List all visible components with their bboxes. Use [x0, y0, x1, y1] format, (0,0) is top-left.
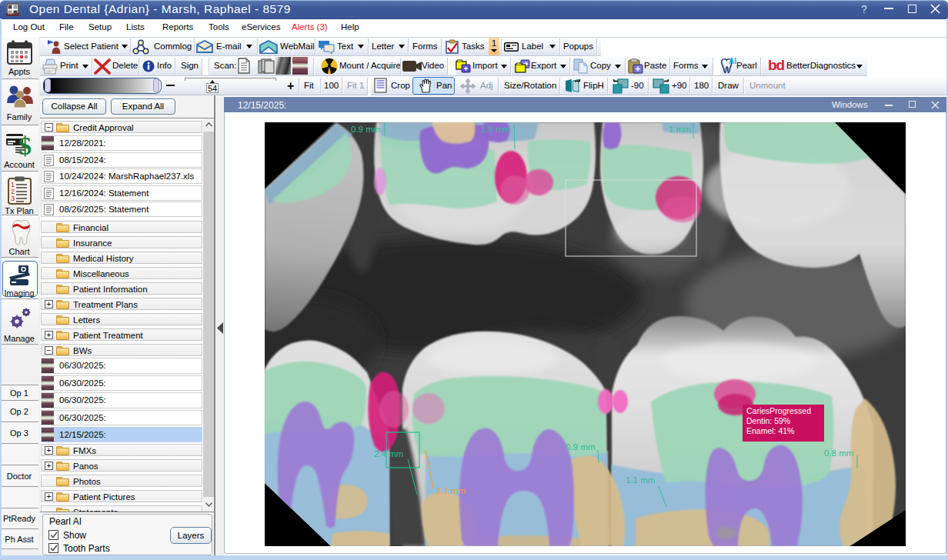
- svg-text:1 mm: 1 mm: [669, 125, 691, 134]
- svg-text:1.9 mm: 1.9 mm: [481, 125, 510, 134]
- svg-text:$: $: [18, 132, 32, 158]
- svg-text:1.1 mm: 1.1 mm: [626, 475, 655, 485]
- svg-text:CariesProgressed: CariesProgressed: [746, 406, 811, 415]
- svg-text:2.7 mm: 2.7 mm: [436, 486, 466, 495]
- svg-text:AI: AI: [729, 57, 736, 65]
- svg-text:2.4 mm: 2.4 mm: [374, 449, 403, 458]
- svg-text:Enamel: 41%: Enamel: 41%: [746, 426, 794, 435]
- svg-text:0.9 mm: 0.9 mm: [566, 442, 595, 452]
- svg-text:Dentin: 59%: Dentin: 59%: [746, 416, 790, 425]
- svg-text:0.9 mm: 0.9 mm: [351, 125, 380, 134]
- svg-text:3: 3: [11, 195, 15, 202]
- svg-text:0.8 mm: 0.8 mm: [824, 448, 853, 458]
